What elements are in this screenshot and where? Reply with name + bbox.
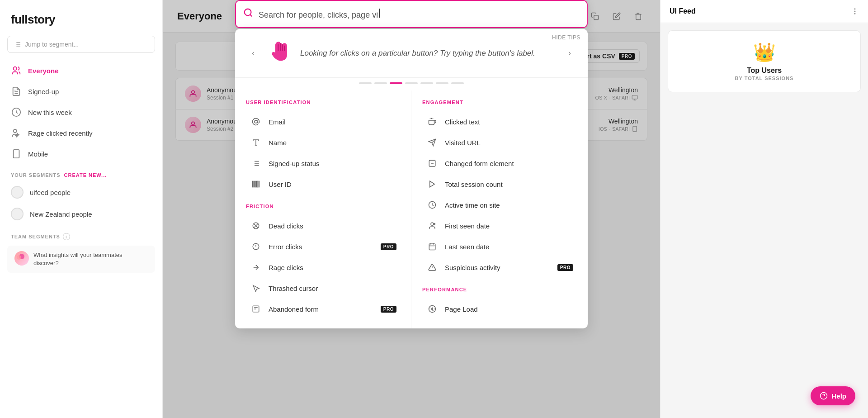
tip-dot-1[interactable]: [359, 82, 372, 84]
help-icon: [820, 392, 828, 400]
warning-icon: [426, 261, 439, 274]
person-add-icon: [426, 219, 439, 232]
category-item-dead-clicks[interactable]: Dead clicks: [246, 215, 400, 236]
tip-dot-3[interactable]: [390, 82, 402, 84]
sidebar-item-rage-clicked[interactable]: Rage clicked recently: [0, 123, 162, 143]
tip-dot-6[interactable]: [436, 82, 448, 84]
category-item-suspicious[interactable]: Suspicious activity PRO: [422, 257, 577, 278]
text-icon: [250, 136, 262, 149]
svg-point-24: [245, 9, 251, 16]
new-this-week-icon: [11, 107, 22, 118]
mobile-icon: [11, 148, 22, 159]
tip-dot-7[interactable]: [451, 82, 464, 84]
sidebar-item-new-zealand[interactable]: New Zealand people: [0, 203, 162, 225]
svg-rect-40: [259, 181, 259, 187]
sidebar-item-uifeed[interactable]: uifeed people: [0, 181, 162, 203]
category-item-page-load[interactable]: Page Load: [422, 299, 577, 319]
category-item-changed-form[interactable]: Changed form element: [422, 153, 577, 174]
svg-point-56: [431, 223, 434, 225]
item-label: Signed-up status: [269, 160, 396, 167]
tip-text: Looking for clicks on a particular butto…: [300, 48, 555, 59]
category-item-last-seen[interactable]: Last seen date: [422, 236, 577, 257]
svg-point-10: [14, 129, 17, 133]
item-label: Thrashed cursor: [269, 285, 396, 292]
category-item-active-time[interactable]: Active time on site: [422, 195, 577, 215]
list-icon: [250, 157, 262, 170]
engagement-label: ENGAGEMENT: [422, 100, 577, 105]
sidebar-item-everyone[interactable]: Everyone: [0, 60, 162, 81]
help-button[interactable]: Help: [811, 386, 855, 405]
main-content: Everyone ✓ In digest · Weekly: [163, 0, 660, 418]
jump-to-segment[interactable]: Jump to segment...: [7, 36, 155, 53]
item-label: Page Load: [445, 305, 573, 313]
svg-point-26: [255, 120, 257, 123]
item-label: Email: [269, 118, 396, 126]
hand-pointer-icon: [426, 115, 439, 128]
your-segments-label: YOUR SEGMENTS CREATE NEW...: [0, 164, 162, 181]
category-item-visited-url[interactable]: Visited URL: [422, 132, 577, 153]
right-panel-title: UI Feed: [670, 7, 696, 15]
segment-label: New Zealand people: [30, 210, 92, 218]
hide-tips-button[interactable]: HIDE TIPS: [552, 34, 580, 41]
create-new-button[interactable]: CREATE NEW...: [64, 172, 107, 178]
performance-label: PERFORMANCE: [422, 287, 577, 292]
sidebar-item-new-this-week[interactable]: New this week: [0, 102, 162, 123]
tip-prev-button[interactable]: ‹: [246, 46, 260, 61]
svg-rect-36: [254, 181, 255, 187]
item-label: Name: [269, 139, 396, 147]
dead-click-icon: [250, 219, 262, 232]
item-label: User ID: [269, 180, 396, 188]
info-icon[interactable]: i: [63, 233, 70, 240]
team-segments-label: TEAM SEGMENTS i: [0, 225, 162, 244]
svg-rect-37: [255, 181, 256, 187]
tip-dot-5[interactable]: [420, 82, 433, 84]
tip-dot-2[interactable]: [374, 82, 387, 84]
item-label: Changed form element: [445, 160, 573, 167]
search-input[interactable]: Search for people, clicks, page vi: [259, 9, 580, 20]
team-avatar: [14, 251, 29, 266]
at-icon: [250, 115, 262, 128]
category-item-email[interactable]: Email: [246, 111, 400, 132]
category-item-total-session[interactable]: Total session count: [422, 174, 577, 195]
item-label: Active time on site: [445, 201, 573, 209]
sidebar-item-mobile[interactable]: Mobile: [0, 143, 162, 164]
sidebar: fullstory Jump to segment... Everyone: [0, 0, 163, 418]
category-item-first-seen[interactable]: First seen date: [422, 215, 577, 236]
category-item-user-id[interactable]: User ID: [246, 174, 400, 195]
svg-point-6: [14, 67, 17, 70]
crown-icon: 👑: [679, 42, 849, 63]
search-input-wrapper: Search for people, clicks, page vi: [235, 0, 588, 28]
svg-rect-59: [429, 244, 435, 250]
error-click-icon: [250, 240, 262, 253]
category-item-clicked-text[interactable]: Clicked text: [422, 111, 577, 132]
play-icon: [426, 178, 439, 190]
pro-badge: PRO: [557, 264, 573, 271]
category-item-name[interactable]: Name: [246, 132, 400, 153]
help-label: Help: [831, 392, 846, 400]
category-item-rage-clicks[interactable]: Rage clicks: [246, 257, 400, 278]
category-item-error-clicks[interactable]: Error clicks PRO: [246, 236, 400, 257]
top-users-title: Top Users: [679, 66, 849, 75]
category-item-abandoned-form[interactable]: Abandoned form PRO: [246, 299, 400, 319]
category-item-thrashed-cursor[interactable]: Thrashed cursor: [246, 278, 400, 299]
svg-point-14: [17, 255, 21, 260]
category-item-signed-up-status[interactable]: Signed-up status: [246, 153, 400, 174]
more-options-icon[interactable]: [851, 7, 859, 15]
svg-point-65: [432, 309, 433, 310]
top-users-subtitle: BY TOTAL SESSIONS: [679, 76, 849, 81]
rage-click-icon: [250, 261, 262, 274]
segment-dot: [11, 186, 24, 199]
sidebar-item-signed-up[interactable]: Signed-up: [0, 81, 162, 102]
calendar-icon: [426, 240, 439, 253]
pro-badge: PRO: [381, 243, 396, 250]
tip-dot-4[interactable]: [405, 82, 418, 84]
svg-point-66: [854, 9, 855, 10]
tip-next-button[interactable]: ›: [562, 46, 577, 61]
svg-point-67: [854, 11, 855, 12]
sidebar-item-label: Rage clicked recently: [28, 129, 93, 137]
svg-rect-39: [257, 181, 258, 187]
search-icon: [243, 8, 253, 20]
search-dropdown: ‹ Looking for clicks on a particular but…: [235, 29, 588, 328]
item-label: Abandoned form: [269, 305, 374, 313]
pro-badge: PRO: [381, 306, 396, 313]
